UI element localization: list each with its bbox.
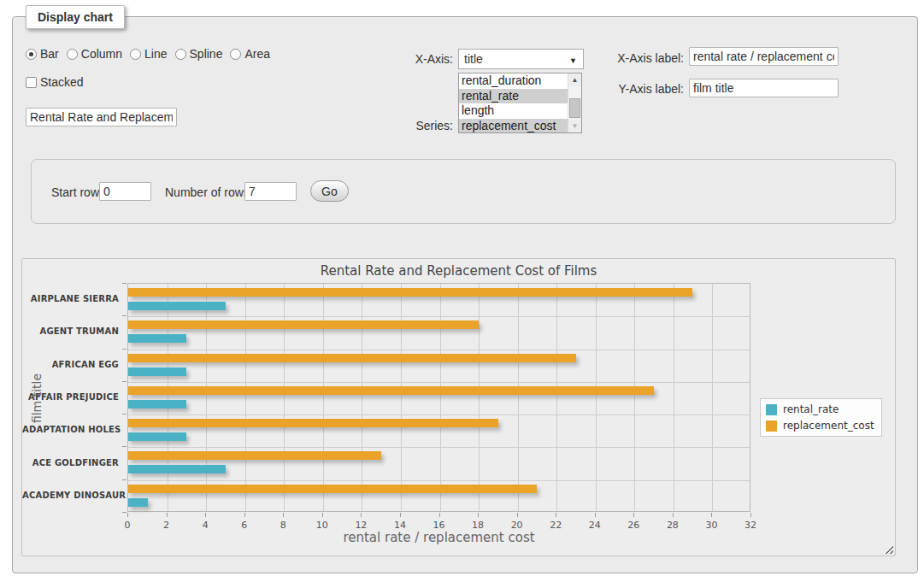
stacked-checkbox[interactable] xyxy=(26,77,37,88)
category-label: ACE GOLDFINGER xyxy=(22,458,119,467)
radio-line-label: Line xyxy=(144,47,167,61)
x-axis-select[interactable]: title ▼ xyxy=(458,49,584,69)
resize-grip-icon[interactable] xyxy=(884,544,893,554)
chevron-down-icon: ▼ xyxy=(569,56,577,65)
bar-rental_rate xyxy=(128,367,186,376)
category-label: AFRICAN EGG xyxy=(22,360,119,369)
radio-column-icon[interactable] xyxy=(67,49,78,60)
radio-spline[interactable]: Spline xyxy=(175,47,223,61)
scroll-down-icon[interactable]: ▼ xyxy=(568,120,581,132)
stacked-option[interactable]: Stacked xyxy=(26,75,84,89)
radio-column-label: Column xyxy=(81,47,122,61)
series-option[interactable]: replacement_cost xyxy=(459,119,568,133)
radio-column[interactable]: Column xyxy=(67,47,122,61)
series-option[interactable]: rental_rate xyxy=(459,89,568,104)
bar-rental_rate xyxy=(128,302,226,310)
number-of-rows-input[interactable] xyxy=(244,182,297,201)
legend-label: replacement_cost xyxy=(783,420,874,432)
bar-rental_rate xyxy=(128,400,186,409)
series-label: Series: xyxy=(376,119,453,132)
category-label: ADAPTATION HOLES xyxy=(22,425,119,434)
series-option[interactable]: length xyxy=(459,103,568,119)
radio-bar-label: Bar xyxy=(40,47,59,61)
bar-replacement_cost xyxy=(128,288,692,297)
legend-swatch-icon xyxy=(766,404,777,415)
legend-row: rental_rate xyxy=(766,403,874,415)
radio-spline-label: Spline xyxy=(190,47,223,61)
series-option[interactable]: rental_duration xyxy=(459,73,568,89)
fieldset-legend: Display chart xyxy=(26,5,125,29)
radio-bar-icon[interactable] xyxy=(26,49,37,60)
x-axis-label-field-label: X-Axis label: xyxy=(590,51,684,65)
radio-area-label: Area xyxy=(244,47,270,61)
bar-rental_rate xyxy=(128,498,148,507)
category-label: AGENT TRUMAN xyxy=(22,326,119,336)
scrollbar-thumb[interactable] xyxy=(569,98,580,118)
y-axis-label-field-label: Y-Axis label: xyxy=(590,82,684,96)
x-axis-label-input[interactable] xyxy=(689,47,839,66)
page: Display chart Bar Column Line Spline Are… xyxy=(0,0,924,582)
bar-replacement_cost xyxy=(128,485,537,493)
bar-replacement_cost xyxy=(128,451,381,460)
x-axis-selected-value: title xyxy=(464,52,483,66)
chart-container: Rental Rate and Replacement Cost of Film… xyxy=(21,258,896,556)
plot-area xyxy=(127,283,750,512)
bar-replacement_cost xyxy=(128,320,479,329)
bar-rental_rate xyxy=(128,465,226,473)
x-axis-label: X-Axis: xyxy=(376,52,453,66)
y-axis-title: film title xyxy=(30,373,44,424)
legend-swatch-icon xyxy=(766,420,777,432)
bar-replacement_cost xyxy=(128,386,654,395)
category-label: AIRPLANE SIERRA xyxy=(22,294,119,303)
chart-legend: rental_ratereplacement_cost xyxy=(760,398,882,437)
stacked-label: Stacked xyxy=(40,75,84,89)
go-button[interactable]: Go xyxy=(310,180,349,202)
chart-title-input[interactable] xyxy=(26,108,177,126)
series-scrollbar[interactable]: ▲ ▼ xyxy=(568,73,581,132)
bar-replacement_cost xyxy=(128,354,576,362)
series-listbox[interactable]: rental_durationrental_ratelengthreplacem… xyxy=(458,73,582,133)
x-axis-title: rental rate / replacement cost xyxy=(127,530,750,545)
chart-type-radio-group: Bar Column Line Spline Area xyxy=(26,47,270,61)
radio-bar[interactable]: Bar xyxy=(26,47,59,61)
y-axis-label-input[interactable] xyxy=(689,79,839,97)
bar-rental_rate xyxy=(128,432,186,441)
category-label: ACADEMY DINOSAUR xyxy=(22,491,119,500)
bar-rental_rate xyxy=(128,334,186,343)
legend-row: replacement_cost xyxy=(766,420,874,432)
radio-line-icon[interactable] xyxy=(130,49,141,60)
pager-panel xyxy=(31,159,896,224)
start-row-input[interactable] xyxy=(99,182,151,201)
number-of-rows-label: Number of rows: xyxy=(165,185,253,199)
series-options[interactable]: rental_durationrental_ratelengthreplacem… xyxy=(459,73,568,132)
radio-spline-icon[interactable] xyxy=(175,49,186,60)
start-row-label: Start row: xyxy=(51,185,103,199)
radio-area[interactable]: Area xyxy=(230,47,270,61)
legend-label: rental_rate xyxy=(783,403,839,415)
bar-replacement_cost xyxy=(128,419,498,427)
chart-title: Rental Rate and Replacement Cost of Film… xyxy=(22,263,895,279)
scroll-up-icon[interactable]: ▲ xyxy=(568,73,581,86)
radio-area-icon[interactable] xyxy=(230,49,241,60)
radio-line[interactable]: Line xyxy=(130,47,167,61)
